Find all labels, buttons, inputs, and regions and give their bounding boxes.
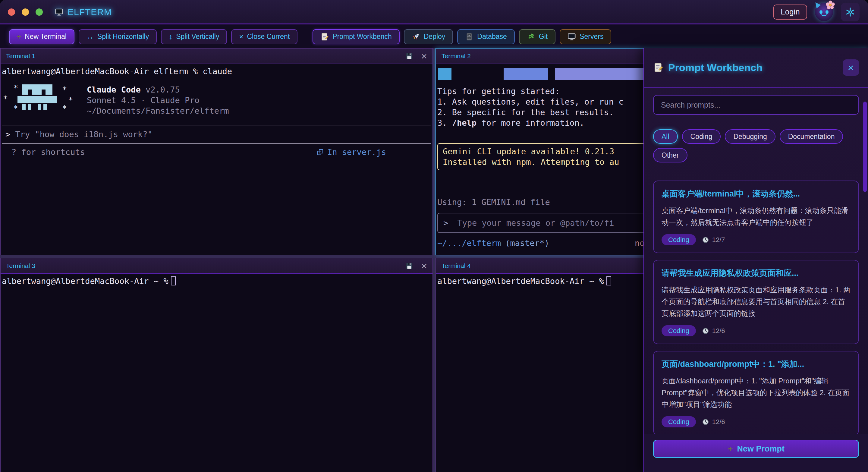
deploy-button[interactable]: Deploy [404, 29, 453, 44]
status-branch: (master*) [505, 239, 549, 248]
titlebar: ELFTERM Login [0, 0, 868, 24]
filter-chip-all[interactable]: All [653, 129, 678, 144]
terminal-3-pane[interactable]: Terminal 3 × albertwang@AlbertdeMacBook-… [0, 258, 433, 472]
plus-icon: + [17, 33, 21, 41]
close-workbench-button[interactable]: × [843, 59, 859, 76]
shell-prompt: albertwang@AlbertdeMacBook-Air ~ % [2, 276, 168, 286]
terminal-1-body[interactable]: albertwang@AlbertdeMacBook-Air elfterm %… [1, 64, 433, 159]
database-button[interactable]: Database [457, 29, 515, 44]
terminal-1-header[interactable]: Terminal 1 × [1, 49, 433, 64]
plus-icon: + [727, 444, 733, 454]
prompt-card[interactable]: 桌面客户端/terminal中，滚动条仍然... 桌面客户端/terminal中… [653, 181, 859, 253]
status-warning: no [635, 238, 645, 248]
scrollbar-thumb[interactable] [863, 101, 867, 192]
toolbar-divider [305, 31, 305, 43]
clock-icon [702, 236, 709, 244]
prompt-card[interactable]: 页面/dashboard/prompt中：1. "添加... 页面/dashbo… [653, 351, 859, 434]
memo-icon [653, 62, 663, 73]
prompt-date: 12/6 [702, 418, 725, 426]
claude-version-info: Claude Code v2.0.75 Sonnet 4.5 · Claude … [87, 84, 229, 118]
context-badge[interactable]: In server.js [316, 147, 386, 157]
workbench-footer: + New Prompt [644, 434, 868, 472]
claude-input-box[interactable]: > Try "how does i18n.js work?" [2, 125, 431, 144]
avatar[interactable] [815, 3, 833, 21]
clock-icon [702, 418, 709, 426]
prompt-tag: Coding [661, 234, 696, 245]
terminal-3-body[interactable]: albertwang@AlbertdeMacBook-Air ~ % [1, 274, 433, 288]
prompt-workbench-panel: Prompt Workbench × All Coding Debugging … [644, 48, 868, 472]
prompt-card-body: 桌面客户端/terminal中，滚动条仍然有问题：滚动条只能滑动一次，然后就无法… [661, 204, 850, 228]
terminal-1-pane[interactable]: Terminal 1 × albertwang@AlbertdeMacBook-… [0, 48, 433, 255]
snowflake-icon [845, 7, 855, 17]
memo-icon [320, 33, 329, 41]
split-vertical-icon: ↕ [169, 33, 173, 41]
split-vertically-button[interactable]: ↕ Split Vertically [161, 29, 227, 44]
prompt-date: 12/6 [702, 327, 725, 335]
login-button[interactable]: Login [773, 4, 807, 20]
split-horizontal-icon: ↔ [87, 33, 94, 41]
workbench-title: Prompt Workbench [668, 62, 763, 73]
close-window-button[interactable] [8, 8, 15, 16]
rocket-icon [412, 33, 420, 41]
new-prompt-button[interactable]: + New Prompt [653, 440, 859, 458]
close-current-button[interactable]: × Close Current [231, 29, 298, 44]
app-window: ELFTERM Login + New Terminal ↔ S [0, 0, 868, 472]
zoom-window-button[interactable] [36, 8, 43, 16]
terminal-3-header[interactable]: Terminal 3 × [1, 258, 433, 274]
status-path: ~/.../elfterm [437, 239, 501, 248]
close-icon: × [239, 33, 243, 41]
prompt-card-body: 页面/dashboard/prompt中：1. "添加 Prompt"和"编辑 … [661, 375, 850, 410]
terminal-cursor [607, 276, 611, 285]
monitor-icon [567, 33, 576, 41]
cabinet-icon [465, 33, 473, 41]
claude-code-banner: * * * * * * Claude Code v2.0 [4, 84, 431, 118]
app-identity: ELFTERM [55, 7, 112, 17]
flower-icon [825, 0, 835, 10]
prompt-card-title: 页面/dashboard/prompt中：1. "添加... [661, 359, 850, 370]
filter-chips: All Coding Debugging Documentation Other [653, 129, 859, 162]
minimize-window-button[interactable] [22, 8, 29, 16]
close-terminal-icon[interactable]: × [421, 261, 427, 271]
prompt-cards-list[interactable]: 桌面客户端/terminal中，滚动条仍然... 桌面客户端/terminal中… [653, 181, 859, 434]
product-version: v2.0.75 [146, 85, 180, 94]
filter-chip-coding[interactable]: Coding [682, 129, 721, 144]
theme-settings-button[interactable] [841, 3, 860, 22]
workbench-header: Prompt Workbench × [644, 48, 868, 88]
prompt-workbench-button[interactable]: Prompt Workbench [313, 29, 399, 44]
working-directory: ~/Documents/Fansister/elfterm [87, 105, 229, 116]
prompt-suggestion: Try "how does i18n.js work?" [16, 130, 153, 139]
terminal-cursor [171, 276, 176, 285]
terminal-2-title: Terminal 2 [441, 53, 471, 60]
party-hat-icon [813, 1, 821, 8]
filter-chip-documentation[interactable]: Documentation [780, 129, 843, 144]
new-terminal-button[interactable]: + New Terminal [9, 29, 74, 44]
terminal-grid: Terminal 1 × albertwang@AlbertdeMacBook-… [0, 48, 868, 472]
terminal-1-title: Terminal 1 [6, 53, 35, 60]
split-horizontally-button[interactable]: ↔ Split Horizontally [79, 29, 157, 44]
save-session-icon[interactable] [405, 52, 413, 60]
window-controls [8, 8, 43, 16]
prompt-card[interactable]: 请帮我生成应用隐私权政策页面和应... 请帮我生成应用隐私权政策页面和应用服务条… [653, 260, 859, 344]
terminal-3-title: Terminal 3 [6, 262, 35, 270]
herb-icon [527, 33, 535, 41]
app-title: ELFTERM [67, 7, 112, 17]
gemini-input-placeholder: Type your message or @path/to/fi [457, 218, 614, 227]
product-name: Claude Code [87, 85, 141, 94]
model-info: Sonnet 4.5 · Claude Pro [87, 95, 229, 105]
save-session-icon[interactable] [405, 262, 413, 270]
servers-button[interactable]: Servers [560, 29, 611, 44]
prompt-card-body: 请帮我生成应用隐私权政策页面和应用服务条款页面：1. 两个页面的导航栏和底部信息… [661, 284, 850, 319]
prompt-card-title: 桌面客户端/terminal中，滚动条仍然... [661, 188, 850, 199]
terminal-4-title: Terminal 4 [441, 262, 471, 270]
prompt-date: 12/7 [702, 236, 725, 244]
shortcuts-hint: ? for shortcuts [11, 147, 85, 157]
filter-chip-other[interactable]: Other [653, 148, 687, 162]
shell-prompt: albertwang@AlbertdeMacBook-Air ~ % [437, 276, 604, 286]
overlapping-squares-icon [316, 149, 324, 156]
git-button[interactable]: Git [519, 29, 555, 44]
toolbar: + New Terminal ↔ Split Horizontally ↕ Sp… [0, 25, 868, 48]
search-prompts-input[interactable] [653, 95, 859, 115]
prompt-card-title: 请帮我生成应用隐私权政策页面和应... [661, 268, 850, 279]
close-terminal-icon[interactable]: × [421, 51, 427, 61]
filter-chip-debugging[interactable]: Debugging [725, 129, 775, 144]
